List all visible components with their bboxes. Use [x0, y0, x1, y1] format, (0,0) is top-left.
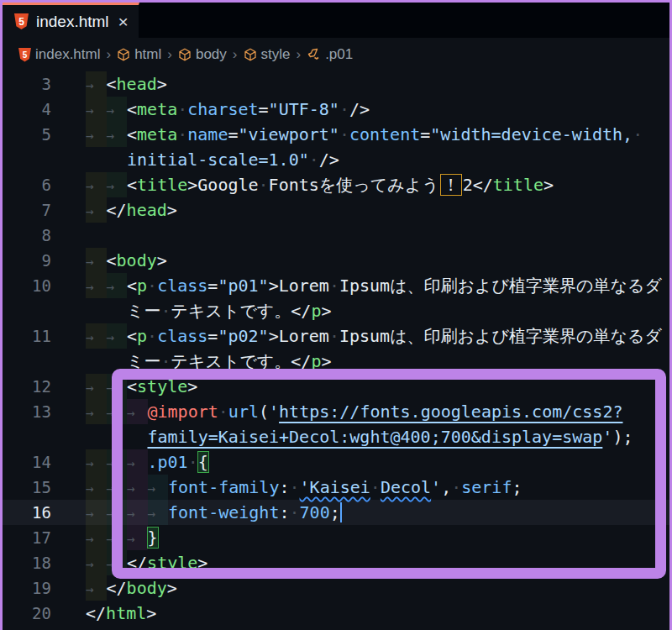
indent-tab-column: →: [86, 122, 107, 147]
tab-arrow-icon: →: [107, 405, 115, 421]
tab-arrow-icon: →: [107, 128, 115, 144]
code-token: class: [157, 323, 207, 349]
code-token: ·: [633, 122, 643, 147]
tab-arrow-icon: →: [86, 254, 94, 270]
line-number: [3, 424, 51, 449]
tab-arrow-icon: →: [86, 531, 94, 547]
line-number: 6: [3, 172, 51, 197]
tab-arrow-icon: →: [107, 455, 115, 471]
line-number: 10: [3, 273, 51, 298]
code-token: html: [106, 601, 146, 626]
indent-tab-column: →: [86, 550, 107, 575]
code-line[interactable]: 10→→<p·class="p01">Lorem·Ipsumは、印刷および植字業…: [3, 273, 669, 298]
line-number: [3, 147, 51, 172]
breadcrumb-label: index.html: [35, 46, 100, 63]
indent-tab-column: →: [148, 500, 169, 525]
html5-file-icon: 5: [18, 48, 31, 62]
code-line[interactable]: 7→</head>: [3, 197, 669, 223]
code-token: ;: [330, 500, 340, 525]
line-number: 8: [3, 223, 51, 248]
code-line[interactable]: 3→<head>: [3, 71, 669, 97]
code-token: Fontsを使ってみよう: [269, 172, 439, 197]
code-token: </: [107, 575, 127, 601]
indent-tab-column: →: [107, 449, 128, 475]
code-line[interactable]: 14→→→.p01·{: [3, 449, 669, 475]
code-line[interactable]: 5→→<meta·name="viewport"·content="width=…: [3, 122, 669, 147]
code-token: Ipsumは、印刷および植字業界の単なるダ: [339, 323, 662, 349]
indent-tab-column: →: [107, 475, 128, 500]
code-area: 3→<head>4→→<meta·charset="UTF-8"·/>5→→<m…: [3, 71, 669, 626]
tab-arrow-icon: →: [86, 329, 94, 345]
tab-arrow-icon: →: [127, 531, 135, 547]
tab-arrow-icon: →: [148, 506, 156, 522]
code-line[interactable]: 20</html>: [3, 601, 669, 626]
line-number: [3, 298, 51, 323]
line-number: 3: [3, 71, 51, 97]
indent-tab-column: →: [86, 323, 107, 349]
cube-icon: [117, 48, 130, 61]
tab-arrow-icon: →: [86, 203, 94, 219]
tab-arrow-icon: →: [86, 128, 94, 144]
tab-arrow-icon: →: [86, 581, 94, 597]
code-line[interactable]: 11→→<p·class="p02">Lorem·Ipsumは、印刷および植字業…: [3, 323, 669, 349]
vscode-window: 5 index.html × 5 index.html › html › bod…: [0, 0, 672, 630]
line-number: 20: [3, 601, 51, 626]
tab-index-html[interactable]: 5 index.html ×: [3, 3, 139, 38]
code-line[interactable]: 13→→→@import·url('https://fonts.googleap…: [3, 399, 669, 424]
breadcrumb-item-style[interactable]: style: [244, 46, 291, 63]
code-token: style: [147, 550, 197, 575]
code-token: body: [117, 248, 157, 273]
code-token: p: [311, 298, 321, 323]
code-token: );: [612, 424, 633, 449]
code-line[interactable]: 8: [3, 223, 669, 248]
code-token: ·: [451, 475, 461, 500]
code-token: ·: [290, 500, 300, 525]
code-token: .p01: [148, 449, 188, 475]
breadcrumb-label: body: [196, 46, 227, 63]
tab-arrow-icon: →: [107, 480, 115, 496]
code-line[interactable]: 4→→<meta·charset="UTF-8"·/>: [3, 97, 669, 122]
code-line[interactable]: 18→→</style>: [3, 550, 669, 575]
tab-arrow-icon: →: [127, 455, 135, 471]
indent-tab-column: →: [127, 500, 148, 525]
breadcrumb-item-file[interactable]: 5 index.html: [18, 46, 100, 63]
indent-tab-column: →: [86, 399, 107, 424]
breadcrumb-item-p01[interactable]: .p01: [307, 46, 353, 63]
code-token: Lorem: [279, 273, 329, 298]
code-token: >: [269, 273, 279, 298]
tab-arrow-icon: →: [86, 405, 94, 421]
code-line[interactable]: 17→→→}: [3, 525, 669, 550]
text-cursor: [340, 502, 343, 522]
tab-arrow-icon: →: [127, 405, 135, 421]
code-line[interactable]: 15→→→→font-family:·'Kaisei·Decol',·serif…: [3, 475, 669, 500]
html5-file-icon: 5: [14, 13, 29, 29]
indent-tab-column: →: [127, 475, 148, 500]
indent-tab-column: →: [86, 475, 107, 500]
code-line[interactable]: 6→→<title>Google·Fontsを使ってみよう！2</title>: [3, 172, 669, 197]
code-line[interactable]: ミー·テキストです。</p>: [3, 298, 669, 323]
breadcrumb-item-body[interactable]: body: [178, 46, 227, 63]
code-token: >: [187, 172, 197, 197]
code-line[interactable]: ミー·テキストです。</p>: [3, 349, 669, 374]
code-token: p: [137, 323, 147, 349]
tab-label: index.html: [36, 13, 109, 31]
code-token: class: [157, 273, 207, 298]
code-token: meta: [137, 97, 177, 122]
close-icon[interactable]: ×: [118, 13, 129, 30]
code-line[interactable]: family=Kaisei+Decol:wght@400;700&display…: [3, 424, 669, 449]
code-line[interactable]: 12→→<style>: [3, 374, 669, 399]
code-token: <: [107, 71, 117, 97]
indent-tab-column: →: [107, 550, 128, 575]
indent-tab-column: →: [86, 525, 107, 550]
code-token: ·: [177, 97, 187, 122]
code-token: <: [127, 374, 137, 399]
code-line[interactable]: 19→</body>: [3, 575, 669, 601]
code-line[interactable]: 16→→→→font-weight:·700;: [3, 500, 669, 525]
editor-pane[interactable]: 3→<head>4→→<meta·charset="UTF-8"·/>5→→<m…: [3, 71, 669, 630]
indent-tab-column: →: [107, 500, 128, 525]
breadcrumb-item-html[interactable]: html: [117, 46, 161, 63]
code-token: </: [107, 197, 127, 223]
code-line[interactable]: 9→<body>: [3, 248, 669, 273]
code-line[interactable]: initial-scale=1.0"·/>: [3, 147, 669, 172]
indent-tab-column: →: [107, 97, 128, 122]
